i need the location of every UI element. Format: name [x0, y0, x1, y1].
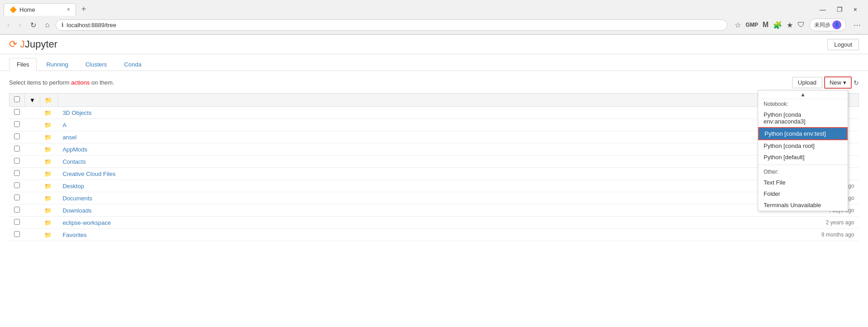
- row-type-cell: [25, 119, 40, 131]
- table-row: 📁 Downloads 4 days ago: [9, 204, 859, 217]
- row-name-cell[interactable]: AppMods: [58, 143, 517, 156]
- file-link[interactable]: Contacts: [62, 158, 85, 165]
- folder-item[interactable]: Folder: [758, 188, 848, 199]
- row-icon-cell: 📁: [40, 107, 58, 119]
- other-section-label: Other:: [758, 167, 848, 177]
- toolbar-right: Upload New ▾ ↻ ▲ Notebook: Python [conda…: [792, 76, 859, 89]
- row-name-cell[interactable]: Documents: [58, 192, 517, 204]
- row-checkbox-cell: [9, 229, 25, 241]
- row-checkbox[interactable]: [14, 170, 20, 176]
- table-row: 📁 3D Objects: [9, 107, 859, 119]
- row-icon-cell: 📁: [40, 131, 58, 143]
- row-checkbox-cell: [9, 143, 25, 156]
- file-link[interactable]: eclipse-workspace: [62, 219, 111, 226]
- dropdown-scroll-up[interactable]: ▲: [758, 90, 848, 99]
- active-tab[interactable]: 🔶 Home ×: [4, 3, 76, 16]
- select-text: Select items to perform actions on them.: [9, 79, 114, 86]
- row-name-cell[interactable]: eclipse-workspace: [58, 217, 517, 229]
- table-row: 📁 Favorites 9 months ago: [9, 229, 859, 241]
- notebook-root-item[interactable]: Python [conda root]: [758, 140, 848, 152]
- row-checkbox-cell: [9, 156, 25, 168]
- new-button[interactable]: New ▾: [824, 76, 852, 89]
- m-icon[interactable]: M: [763, 21, 769, 29]
- row-type-cell: [25, 168, 40, 180]
- row-type-cell: [25, 229, 40, 241]
- new-tab-button[interactable]: +: [78, 3, 90, 16]
- tab-clusters[interactable]: Clusters: [78, 58, 115, 71]
- browser-nav-icons: ☆ GMP M 🧩 ★ 🛡 未同步 👤 ⋯: [735, 19, 863, 31]
- row-checkbox[interactable]: [14, 231, 20, 237]
- row-checkbox[interactable]: [14, 146, 20, 152]
- home-button[interactable]: ⌂: [42, 19, 52, 31]
- file-link[interactable]: Downloads: [62, 207, 91, 214]
- tab-files[interactable]: Files: [9, 58, 37, 71]
- tab-close-icon[interactable]: ×: [67, 6, 70, 13]
- file-link[interactable]: ansel: [62, 134, 76, 141]
- maximize-button[interactable]: ❐: [833, 4, 846, 15]
- tab-conda[interactable]: Conda: [117, 58, 149, 71]
- file-link[interactable]: AppMods: [62, 146, 87, 153]
- shield-icon[interactable]: 🛡: [797, 21, 805, 29]
- profile-button[interactable]: 未同步 👤: [809, 19, 846, 31]
- back-button[interactable]: ‹: [5, 19, 12, 31]
- profile-avatar: 👤: [832, 20, 841, 29]
- row-checkbox[interactable]: [14, 207, 20, 213]
- row-name-cell[interactable]: Desktop: [58, 180, 517, 192]
- jupyter-header: ⟳ JJupyter Logout: [0, 35, 868, 54]
- row-checkbox[interactable]: [14, 133, 20, 139]
- refresh-button[interactable]: ↻: [28, 19, 39, 31]
- jupyter-tabs: Files Running Clusters Conda: [0, 54, 868, 71]
- row-checkbox[interactable]: [14, 182, 20, 188]
- row-icon-cell: 📁: [40, 204, 58, 217]
- file-link[interactable]: A: [62, 122, 66, 128]
- folder-icon: 📁: [44, 134, 52, 141]
- nav-bar: ‹ › ↻ ⌂ ℹ localhost:8889/tree ☆ GMP M 🧩 …: [0, 16, 868, 34]
- row-checkbox-cell: [9, 204, 25, 217]
- row-icon-cell: 📁: [40, 229, 58, 241]
- forward-button[interactable]: ›: [16, 19, 24, 31]
- row-name-cell[interactable]: Creative Cloud Files: [58, 168, 517, 180]
- row-checkbox[interactable]: [14, 109, 20, 115]
- file-link[interactable]: Favorites: [62, 232, 86, 238]
- bookmark-icon[interactable]: ★: [787, 21, 793, 29]
- select-all-checkbox[interactable]: [14, 96, 20, 102]
- upload-button[interactable]: Upload: [792, 77, 822, 88]
- notebook-default-item[interactable]: Python [default]: [758, 152, 848, 163]
- row-checkbox[interactable]: [14, 194, 20, 200]
- textfile-item[interactable]: Text File: [758, 177, 848, 188]
- refresh-files-button[interactable]: ↻: [854, 79, 859, 86]
- puzzle-icon[interactable]: 🧩: [773, 21, 782, 29]
- row-checkbox[interactable]: [14, 158, 20, 164]
- row-name-cell[interactable]: Downloads: [58, 204, 517, 217]
- file-link[interactable]: Documents: [62, 195, 92, 202]
- row-name-cell[interactable]: Favorites: [58, 229, 517, 241]
- notebook-test-item[interactable]: Python [conda env:test]: [758, 127, 848, 140]
- row-name-cell[interactable]: Contacts: [58, 156, 517, 168]
- file-link[interactable]: Desktop: [62, 183, 84, 190]
- terminals-item[interactable]: Terminals Unavailable: [758, 199, 848, 211]
- row-checkbox-cell: [9, 131, 25, 143]
- table-row: 📁 Documents 27 minutes ago: [9, 192, 859, 204]
- folder-filter-icon[interactable]: 📁: [45, 97, 52, 104]
- folder-icon: 📁: [44, 207, 52, 214]
- logout-button[interactable]: Logout: [827, 39, 859, 50]
- menu-button[interactable]: ⋯: [851, 19, 863, 31]
- notebook-anaconda3-item[interactable]: Python [conda env:anaconda3]: [758, 109, 848, 127]
- close-window-button[interactable]: ×: [850, 4, 861, 15]
- sort-arrow-icon[interactable]: ▼: [29, 97, 35, 104]
- row-name-cell[interactable]: ansel: [58, 131, 517, 143]
- row-checkbox-cell: [9, 168, 25, 180]
- row-checkbox[interactable]: [14, 121, 20, 127]
- star-icon[interactable]: ☆: [735, 21, 741, 29]
- file-link[interactable]: Creative Cloud Files: [62, 171, 115, 177]
- gmp-icon[interactable]: GMP: [745, 22, 758, 28]
- row-name-cell[interactable]: 3D Objects: [58, 107, 517, 119]
- tab-running[interactable]: Running: [38, 58, 75, 71]
- row-checkbox[interactable]: [14, 219, 20, 225]
- row-name-cell[interactable]: A: [58, 119, 517, 131]
- file-link[interactable]: 3D Objects: [62, 109, 91, 116]
- minimize-button[interactable]: —: [816, 4, 830, 15]
- tab-bar: 🔶 Home × + — ❐ ×: [0, 0, 868, 16]
- address-bar[interactable]: ℹ localhost:8889/tree: [56, 19, 727, 31]
- profile-sync-text: 未同步: [814, 21, 830, 29]
